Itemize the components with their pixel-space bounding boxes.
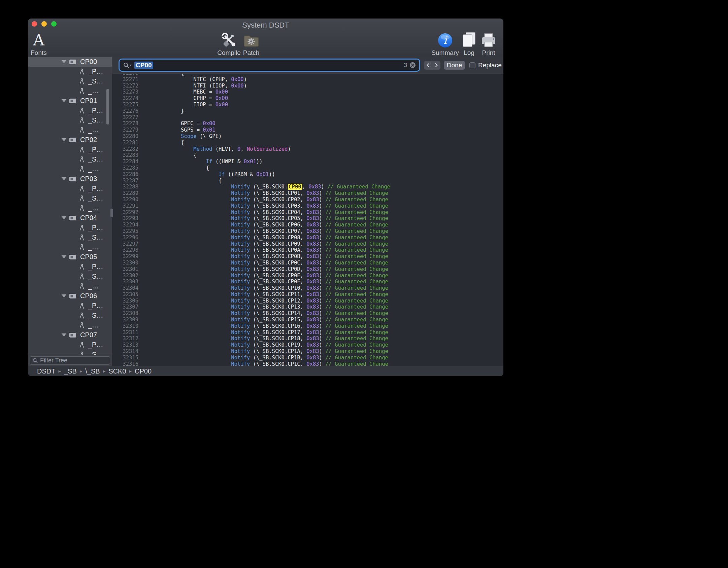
tree-item[interactable]: _P… bbox=[28, 340, 112, 350]
printer-icon bbox=[468, 31, 503, 48]
line-number: 32306 bbox=[112, 298, 143, 304]
tree-group-cp04[interactable]: CP04 bbox=[28, 213, 112, 223]
sidebar-scrollbar[interactable] bbox=[106, 89, 109, 125]
tree-item[interactable]: _P… bbox=[28, 223, 112, 233]
tree-item[interactable]: _S… bbox=[28, 272, 112, 281]
tree-item[interactable]: _P… bbox=[28, 106, 112, 115]
line-number: 32295 bbox=[112, 228, 143, 235]
filter-tree-input[interactable]: Filter Tree bbox=[30, 356, 110, 365]
tree-item[interactable]: _… bbox=[28, 86, 112, 96]
tree-group-cp03[interactable]: CP03 bbox=[28, 174, 112, 184]
tree-group-cp07[interactable]: CP07 bbox=[28, 330, 112, 340]
tree-item-label: _S… bbox=[88, 155, 103, 163]
tree-item[interactable]: _… bbox=[28, 281, 112, 291]
tree-item[interactable]: _S… bbox=[28, 76, 112, 86]
code-text: If ((HWPI & 0x01)) bbox=[143, 158, 263, 165]
tree-item[interactable]: _S… bbox=[28, 311, 112, 320]
code-line: 32272 NTFI (IIOP, 0x00) bbox=[112, 83, 503, 89]
disclosure-triangle-icon[interactable] bbox=[62, 60, 66, 63]
code-text: Notify (\_SB.SCK0.CP06, 0x83) // Guarant… bbox=[143, 222, 388, 228]
tree-item[interactable]: _… bbox=[28, 203, 112, 213]
tree-item[interactable]: _… bbox=[28, 320, 112, 330]
replace-checkbox[interactable] bbox=[469, 62, 475, 68]
match-count: 3 bbox=[404, 62, 407, 69]
line-number: 32281 bbox=[112, 140, 143, 146]
compass-icon bbox=[79, 205, 85, 212]
code-text: If ((PRBM & 0x01)) bbox=[143, 171, 275, 178]
tree-item-label: _S… bbox=[88, 194, 103, 202]
tree-group-cp02[interactable]: CP02 bbox=[28, 135, 112, 145]
fonts-button[interactable]: A Fonts bbox=[28, 31, 59, 57]
line-number: 32285 bbox=[112, 165, 143, 171]
breadcrumb-item[interactable]: _SB bbox=[64, 367, 77, 375]
tree-item-label: _P… bbox=[88, 107, 103, 114]
tree-group-cp05[interactable]: CP05 bbox=[28, 252, 112, 262]
tree-item-label: _P… bbox=[88, 185, 103, 192]
breadcrumb-item[interactable]: DSDT bbox=[37, 367, 55, 375]
tree-item-label: _S… bbox=[88, 77, 103, 85]
compass-icon bbox=[79, 312, 85, 319]
tree-group-cp01[interactable]: CP01 bbox=[28, 96, 112, 106]
line-number: 32307 bbox=[112, 304, 143, 310]
tree-item-label: _… bbox=[88, 321, 99, 329]
line-number: 32305 bbox=[112, 291, 143, 298]
breadcrumb-item[interactable]: SCK0 bbox=[108, 367, 126, 375]
tree-item[interactable]: _… bbox=[28, 242, 112, 252]
tree-item[interactable]: _… bbox=[28, 164, 112, 174]
tree-item[interactable]: _S… bbox=[28, 115, 112, 125]
compass-icon bbox=[79, 342, 85, 348]
dsdt-tree: CP00 _P… _S… _… bbox=[28, 57, 112, 355]
find-next-button[interactable] bbox=[432, 61, 440, 70]
compass-icon bbox=[79, 156, 85, 163]
disclosure-triangle-icon[interactable] bbox=[62, 255, 66, 258]
clear-search-icon[interactable] bbox=[409, 62, 416, 68]
print-button[interactable]: Print bbox=[468, 31, 503, 57]
code-text: Notify (\_SB.SCK0.CP01, 0x83) // Guarant… bbox=[143, 190, 388, 197]
replace-label: Replace bbox=[478, 62, 502, 69]
tree-item[interactable]: _P… bbox=[28, 67, 112, 76]
tree-item-label: _S… bbox=[88, 116, 103, 124]
code-line: 32315 Notify (\_SB.SCK0.CP1B, 0x83) // G… bbox=[112, 355, 503, 361]
tree-item[interactable]: _P… bbox=[28, 145, 112, 154]
tree-item[interactable]: _S… bbox=[28, 350, 112, 355]
find-input[interactable]: CP00 3 bbox=[120, 60, 419, 70]
splitter-handle[interactable] bbox=[110, 209, 113, 217]
disclosure-triangle-icon[interactable] bbox=[62, 177, 66, 180]
code-line: 32307 Notify (\_SB.SCK0.CP13, 0x83) // G… bbox=[112, 304, 503, 310]
search-menu-icon[interactable] bbox=[123, 62, 132, 69]
disclosure-triangle-icon[interactable] bbox=[62, 333, 66, 336]
tree-group-cp06[interactable]: CP06 bbox=[28, 291, 112, 301]
code-line: 32298 Notify (\_SB.SCK0.CP0A, 0x83) // G… bbox=[112, 247, 503, 253]
tree-group-cp00[interactable]: CP00 bbox=[28, 57, 112, 67]
code-text: { bbox=[143, 74, 184, 76]
breadcrumb-separator-icon: ▸ bbox=[103, 368, 106, 374]
done-button[interactable]: Done bbox=[444, 61, 465, 70]
tree-item[interactable]: _S… bbox=[28, 233, 112, 242]
breadcrumb-item[interactable]: CP00 bbox=[135, 367, 152, 375]
device-icon bbox=[69, 59, 76, 65]
code-text: Notify (\_SB.SCK0.CP12, 0x83) // Guarant… bbox=[143, 298, 388, 304]
line-number: 32279 bbox=[112, 127, 143, 133]
tree-item[interactable]: _P… bbox=[28, 262, 112, 272]
disclosure-triangle-icon[interactable] bbox=[62, 294, 66, 297]
device-icon bbox=[69, 98, 76, 104]
breadcrumb: DSDT▸_SB▸\_SB▸SCK0▸CP00 bbox=[28, 366, 503, 376]
filter-magnifier-icon bbox=[32, 358, 38, 363]
disclosure-triangle-icon[interactable] bbox=[62, 138, 66, 141]
tree-item[interactable]: _… bbox=[28, 125, 112, 135]
patch-button[interactable]: Patch bbox=[231, 31, 271, 57]
disclosure-triangle-icon[interactable] bbox=[62, 99, 66, 102]
tree-item[interactable]: _P… bbox=[28, 301, 112, 311]
code-text: Notify (\_SB.SCK0.CP0F, 0x83) // Guarant… bbox=[143, 279, 388, 285]
line-number: 32316 bbox=[112, 361, 143, 366]
tree-item[interactable]: _S… bbox=[28, 193, 112, 203]
disclosure-triangle-icon[interactable] bbox=[62, 216, 66, 219]
breadcrumb-item[interactable]: \_SB bbox=[85, 367, 100, 375]
compass-icon bbox=[79, 224, 85, 231]
find-previous-button[interactable] bbox=[424, 61, 432, 70]
tree-item[interactable]: _S… bbox=[28, 154, 112, 164]
tree-group-label: CP06 bbox=[80, 292, 97, 300]
code-editor[interactable]: 32270 {32271 NTFC (CPHP, 0x00)32272 NTFI… bbox=[112, 74, 503, 366]
tree-item[interactable]: _P… bbox=[28, 184, 112, 193]
code-line: 32300 Notify (\_SB.SCK0.CP0C, 0x83) // G… bbox=[112, 260, 503, 266]
